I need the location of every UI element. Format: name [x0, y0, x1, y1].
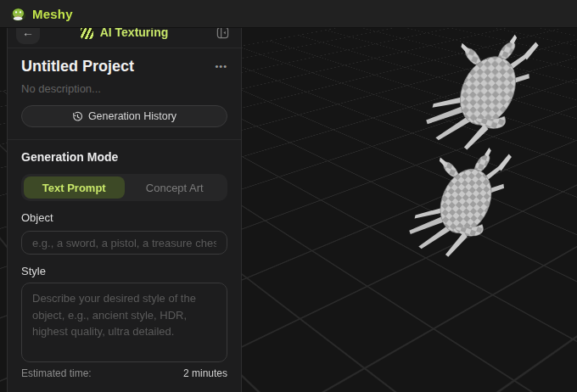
crab-model-bottom[interactable] — [408, 145, 512, 259]
meshy-logo-icon[interactable] — [10, 6, 26, 22]
crab-model-top[interactable] — [424, 29, 539, 154]
generation-mode-tabs: Text Prompt Concept Art — [21, 174, 227, 201]
project-title[interactable]: Untitled Project — [21, 58, 134, 76]
generation-history-button[interactable]: Generation History — [21, 105, 227, 127]
style-input[interactable] — [21, 283, 227, 362]
brand-name[interactable]: Meshy — [32, 7, 73, 21]
object-label: Object — [21, 211, 227, 224]
estimated-time-value: 2 minutes — [183, 367, 227, 379]
style-label: Style — [21, 265, 227, 277]
panel-body: Untitled Project ••• No description... G… — [8, 48, 241, 379]
tab-concept-art[interactable]: Concept Art — [125, 176, 226, 199]
estimated-time-label: Estimated time: — [21, 367, 92, 379]
tab-text-prompt[interactable]: Text Prompt — [24, 176, 125, 199]
estimated-time-row: Estimated time: 2 minutes — [21, 367, 227, 379]
ai-texturing-panel: ← AI Texturing Untitled Project ••• No d… — [7, 16, 242, 392]
project-description[interactable]: No description... — [21, 82, 227, 95]
generation-mode-label: Generation Mode — [21, 150, 227, 164]
more-options-icon[interactable]: ••• — [215, 58, 227, 75]
divider — [8, 139, 241, 140]
object-input[interactable] — [21, 231, 227, 255]
history-clock-icon — [72, 111, 83, 122]
topbar: Meshy — [0, 0, 577, 28]
